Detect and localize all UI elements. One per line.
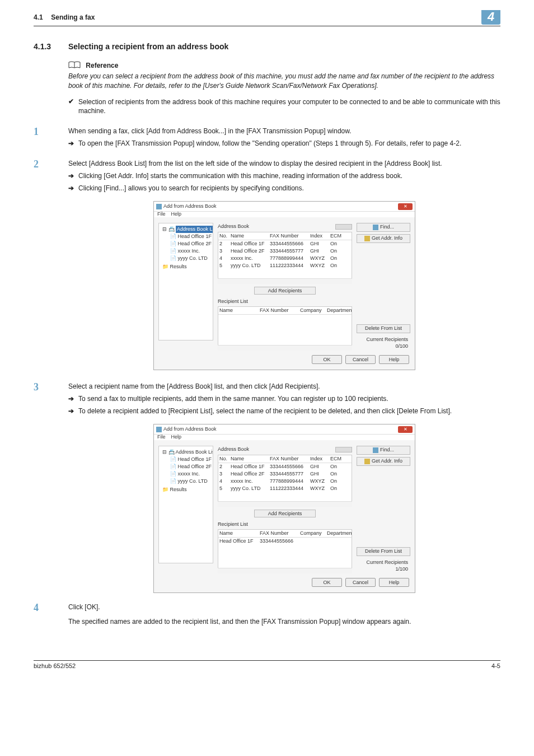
view-mode-icons[interactable] <box>335 224 352 230</box>
tree-results[interactable]: Results <box>170 264 187 269</box>
step-3-text: Select a recipient name from the [Addres… <box>68 381 500 391</box>
help-button[interactable]: Help <box>379 355 409 364</box>
arrow-icon: ➔ <box>68 394 78 404</box>
current-recipients-label: Current Recipients <box>359 337 408 343</box>
window-icon <box>156 204 162 209</box>
reference-label: Reference <box>86 62 118 69</box>
address-book-list[interactable]: No. Name FAX Number Index ECM 2Head Offi… <box>218 232 352 279</box>
rcol-dept: Departmen <box>327 307 350 314</box>
step-4-text: Click [OK]. <box>68 602 500 612</box>
cancel-button[interactable]: Cancel <box>345 355 376 364</box>
tree-item[interactable]: Head Office 1F <box>178 234 212 239</box>
close-button[interactable]: ✕ <box>398 426 413 433</box>
check-icon: ✔ <box>68 97 78 116</box>
addr-row[interactable]: 2Head Office 1F333444555666GHIOn <box>218 240 352 248</box>
add-recipients-button[interactable]: Add Recipients <box>254 287 316 295</box>
menu-help[interactable]: Help <box>171 211 182 218</box>
tree-panel[interactable]: ⊟ 📇 Address Book List 📄 Head Office 1F 📄… <box>158 223 213 340</box>
step-1-sub: To open the [FAX Transmission Popup] win… <box>78 138 500 148</box>
col-no: No. <box>219 232 231 240</box>
subsection-title: Selecting a recipient from an address bo… <box>68 42 228 51</box>
step-4: 4 Click [OK]. The specified names are ad… <box>34 602 500 627</box>
add-recipients-button[interactable]: Add Recipients <box>254 510 316 517</box>
window-icon <box>156 427 162 432</box>
tree-results[interactable]: Results <box>170 487 187 492</box>
book-icon <box>68 61 81 71</box>
recipient-count: 0/100 <box>359 343 408 350</box>
view-mode-icons[interactable] <box>335 447 352 452</box>
get-addr-info-button[interactable]: Get Addr. Info <box>357 457 410 466</box>
col-ecm: ECM <box>330 232 344 240</box>
close-button[interactable]: ✕ <box>398 203 413 210</box>
subsection-heading: 4.1.3 Selecting a recipient from an addr… <box>34 42 500 51</box>
scrollbar[interactable] <box>218 568 352 573</box>
header-section-title: Sending a fax <box>51 13 95 21</box>
step-3: 3 Select a recipient name from the [Addr… <box>34 381 500 594</box>
addr-row[interactable]: 5yyyy Co. LTD111222333444WXYZOn <box>218 262 352 269</box>
scrollbar[interactable] <box>218 278 352 284</box>
recipient-list[interactable]: Name FAX Number Company Departmen Head O… <box>218 529 352 568</box>
step-num-4: 4 <box>34 602 68 627</box>
step-num-3: 3 <box>34 381 68 594</box>
page-header: 4.1 Sending a fax 4 <box>34 10 500 26</box>
recipient-list[interactable]: Name FAX Number Company Departmen <box>218 306 352 346</box>
chapter-badge: 4 <box>481 10 500 25</box>
step-2-text: Select [Address Book List] from the list… <box>68 158 500 169</box>
addrbook-icon <box>364 459 370 464</box>
tree-root[interactable]: Address Book List <box>176 226 213 233</box>
tree-item[interactable]: yyyy Co. LTD <box>178 478 208 484</box>
tree-item[interactable]: yyyy Co. LTD <box>178 255 208 261</box>
tree-item[interactable]: Head Office 1F <box>178 456 212 462</box>
addr-row[interactable]: 5yyyy Co. LTD111222333444WXYZOn <box>218 485 352 492</box>
col-index: Index <box>310 232 330 240</box>
address-book-list[interactable]: No. Name FAX Number Index ECM 2Head Offi… <box>218 455 352 502</box>
ok-button[interactable]: OK <box>312 355 342 364</box>
search-icon <box>373 225 378 230</box>
tree-item[interactable]: Head Office 2F <box>178 464 212 469</box>
addr-row[interactable]: 3Head Office 2F333444555777GHIOn <box>218 248 352 255</box>
prereq-note: ✔ Selection of recipients from the addre… <box>68 97 500 116</box>
scrollbar[interactable] <box>218 501 352 507</box>
cancel-button[interactable]: Cancel <box>345 578 376 587</box>
step-2-sub2: Clicking [Find...] allows you to search … <box>78 183 500 193</box>
addr-row[interactable]: 4xxxxx Inc.777888999444WXYZOn <box>218 478 352 485</box>
tree-item[interactable]: xxxxx Inc. <box>178 248 200 254</box>
get-addr-info-button[interactable]: Get Addr. Info <box>357 234 410 243</box>
menu-file[interactable]: File <box>157 433 166 441</box>
find-button[interactable]: Find... <box>357 223 410 232</box>
search-icon <box>373 447 378 453</box>
tree-item[interactable]: Head Office 2F <box>178 241 212 246</box>
dialog-title: Add from Address Book <box>163 426 217 433</box>
step-num-2: 2 <box>34 158 68 371</box>
step-2: 2 Select [Address Book List] from the li… <box>34 158 500 371</box>
addr-row[interactable]: 3Head Office 2F333444555777GHIOn <box>218 470 352 478</box>
rcol-name: Name <box>219 307 260 314</box>
reference-text: Before you can select a recipient from t… <box>68 72 500 91</box>
step-num-1: 1 <box>34 126 68 148</box>
addrbook-icon <box>364 236 370 241</box>
scrollbar[interactable] <box>218 345 352 351</box>
rcol-fax: FAX Number <box>260 307 300 314</box>
menu-help[interactable]: Help <box>171 433 182 441</box>
delete-from-list-button[interactable]: Delete From List <box>357 547 410 556</box>
col-fax: FAX Number <box>270 232 310 240</box>
prereq-text: Selection of recipients from the address… <box>78 97 500 116</box>
find-button[interactable]: Find... <box>357 446 410 455</box>
step-3-sub1: To send a fax to multiple recipients, ad… <box>78 394 500 404</box>
menu-file[interactable]: File <box>157 211 166 218</box>
tree-root[interactable]: Address Book List <box>176 449 214 455</box>
addr-row[interactable]: 2Head Office 1F333444555666GHIOn <box>218 463 352 470</box>
tree-item[interactable]: xxxxx Inc. <box>178 471 200 477</box>
step-2-sub1: Clicking [Get Addr. Info] starts the com… <box>78 171 500 181</box>
ok-button[interactable]: OK <box>312 578 342 587</box>
reference-block: Reference Before you can select a recipi… <box>68 61 500 91</box>
recipient-row[interactable]: Head Office 1F 333444555666 <box>218 538 352 545</box>
tree-panel[interactable]: ⊟ 📇 Address Book List 📄 Head Office 1F 📄… <box>158 446 213 563</box>
rcol-company: Company <box>300 307 327 314</box>
header-section-num: 4.1 <box>34 13 49 21</box>
addr-row[interactable]: 4xxxxx Inc.777888999444WXYZOn <box>218 255 352 262</box>
footer-page: 4-5 <box>491 662 500 669</box>
help-button[interactable]: Help <box>379 578 409 587</box>
delete-from-list-button[interactable]: Delete From List <box>357 324 410 333</box>
dialog-title: Add from Address Book <box>163 203 217 211</box>
